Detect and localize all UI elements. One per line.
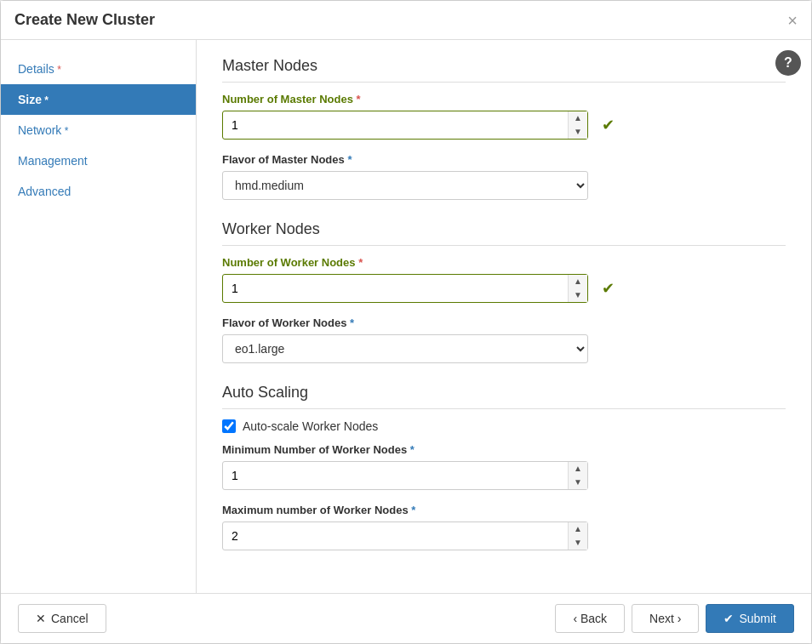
worker-nodes-valid-icon: ✔: [595, 279, 621, 298]
min-worker-nodes-label: Minimum Number of Worker Nodes *: [222, 443, 786, 456]
master-nodes-spinner: ▲ ▼: [568, 111, 587, 139]
worker-nodes-flavor-select[interactable]: eo1.large eo1.xlarge eo1.2xlarge: [222, 334, 588, 363]
master-nodes-count-input[interactable]: [223, 113, 568, 137]
worker-nodes-decrement[interactable]: ▼: [569, 288, 587, 302]
min-worker-nodes-decrement[interactable]: ▼: [569, 476, 587, 489]
sidebar-item-details[interactable]: Details *: [1, 54, 196, 84]
master-nodes-count-field: Number of Master Nodes * ▲ ▼ ✔: [222, 93, 786, 140]
worker-nodes-spinner: ▲ ▼: [568, 275, 587, 302]
sidebar-item-advanced[interactable]: Advanced: [1, 176, 196, 207]
max-worker-nodes-spinner: ▲ ▼: [568, 522, 587, 550]
max-worker-nodes-input[interactable]: [223, 524, 568, 548]
auto-scaling-title: Auto Scaling: [222, 384, 786, 409]
modal-header: Create New Cluster ×: [1, 1, 811, 40]
worker-nodes-count-input[interactable]: [223, 276, 568, 300]
master-nodes-count-input-wrapper: ▲ ▼: [222, 111, 588, 140]
worker-nodes-flavor-field: Flavor of Worker Nodes * eo1.large eo1.x…: [222, 316, 786, 363]
modal-title: Create New Cluster: [14, 11, 155, 29]
sidebar-item-management[interactable]: Management: [1, 145, 196, 176]
modal-body: Details * Size * Network * Management Ad…: [1, 40, 811, 593]
worker-nodes-increment[interactable]: ▲: [569, 275, 587, 288]
sidebar: Details * Size * Network * Management Ad…: [1, 40, 197, 593]
cancel-x-icon: ✕: [36, 612, 46, 625]
min-worker-nodes-increment[interactable]: ▲: [569, 462, 587, 476]
worker-nodes-count-label: Number of Worker Nodes *: [222, 256, 786, 269]
master-nodes-increment[interactable]: ▲: [569, 111, 587, 125]
next-button[interactable]: Next ›: [632, 604, 699, 633]
footer-right-buttons: ‹ Back Next › ✔ Submit: [555, 604, 794, 633]
master-nodes-valid-icon: ✔: [595, 116, 621, 134]
sidebar-item-size[interactable]: Size *: [1, 84, 196, 115]
close-button[interactable]: ×: [787, 12, 798, 29]
worker-nodes-count-field: Number of Worker Nodes * ▲ ▼ ✔: [222, 256, 786, 303]
auto-scaling-section: Auto Scaling Auto-scale Worker Nodes Min…: [222, 384, 786, 550]
max-worker-nodes-field: Maximum number of Worker Nodes * ▲ ▼: [222, 504, 786, 550]
master-nodes-decrement[interactable]: ▼: [569, 125, 587, 139]
min-worker-nodes-spinner: ▲ ▼: [568, 462, 587, 489]
sidebar-item-network[interactable]: Network *: [1, 115, 196, 145]
max-worker-nodes-input-wrapper: ▲ ▼: [222, 521, 588, 550]
master-nodes-flavor-field: Flavor of Master Nodes * hmd.medium hmd.…: [222, 153, 786, 200]
auto-scale-label: Auto-scale Worker Nodes: [243, 419, 378, 433]
min-worker-nodes-input-wrapper: ▲ ▼: [222, 461, 588, 490]
master-nodes-flavor-select[interactable]: hmd.medium hmd.large hmd.xlarge: [222, 171, 588, 200]
submit-button[interactable]: ✔ Submit: [706, 604, 794, 633]
max-worker-nodes-decrement[interactable]: ▼: [569, 536, 587, 550]
submit-check-icon: ✔: [723, 612, 734, 625]
master-nodes-section: Master Nodes Number of Master Nodes * ▲ …: [222, 57, 786, 200]
worker-nodes-flavor-label: Flavor of Worker Nodes *: [222, 316, 786, 329]
max-worker-nodes-increment[interactable]: ▲: [569, 522, 587, 536]
auto-scale-checkbox-row: Auto-scale Worker Nodes: [222, 419, 786, 433]
worker-nodes-section: Worker Nodes Number of Worker Nodes * ▲ …: [222, 220, 786, 363]
master-nodes-title: Master Nodes: [222, 57, 786, 83]
worker-nodes-title: Worker Nodes: [222, 220, 786, 246]
min-worker-nodes-input[interactable]: [223, 464, 568, 487]
modal-footer: ✕ Cancel ‹ Back Next › ✔ Submit: [1, 593, 811, 643]
cancel-button[interactable]: ✕ Cancel: [18, 604, 106, 633]
back-button[interactable]: ‹ Back: [555, 604, 625, 633]
help-button[interactable]: ?: [775, 50, 801, 76]
master-nodes-count-label: Number of Master Nodes *: [222, 93, 786, 105]
create-cluster-modal: Create New Cluster × Details * Size * Ne…: [0, 0, 812, 644]
auto-scale-checkbox[interactable]: [222, 419, 236, 433]
max-worker-nodes-label: Maximum number of Worker Nodes *: [222, 504, 786, 516]
min-worker-nodes-field: Minimum Number of Worker Nodes * ▲ ▼: [222, 443, 786, 490]
master-nodes-flavor-label: Flavor of Master Nodes *: [222, 153, 786, 166]
worker-nodes-count-input-wrapper: ▲ ▼: [222, 274, 588, 303]
content-area: ? Master Nodes Number of Master Nodes * …: [197, 40, 811, 593]
